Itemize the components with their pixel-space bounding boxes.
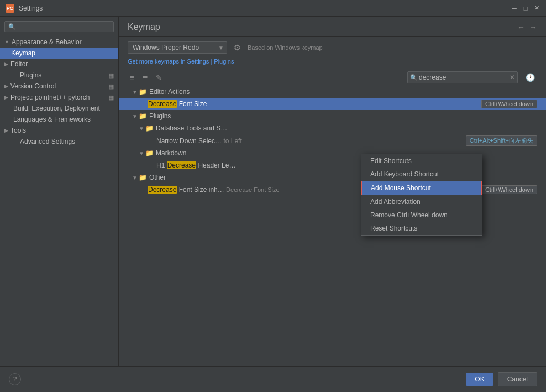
search-history-button[interactable]: 🕐: [523, 72, 537, 83]
nav-back-button[interactable]: ←: [517, 23, 525, 32]
sidebar-item-keymap[interactable]: Keymap: [0, 48, 118, 59]
bottom-bar: ? OK Cancel: [0, 366, 546, 392]
folder-icon: 📁: [139, 88, 147, 96]
expand-arrow-tools: ▶: [4, 128, 8, 133]
sidebar-item-build-label: Build, Execution, Deployment: [13, 104, 100, 112]
expand-icon: ▼: [139, 150, 145, 156]
row-label: Narrow Down Selec… to Left: [156, 137, 464, 145]
highlight-text: Decrease: [148, 100, 177, 108]
table-row[interactable]: ▼ 📁 Database Tools and S…: [119, 122, 546, 134]
shortcut-badge: Ctrl+\Wheel down: [481, 185, 537, 194]
expand-icon: ▼: [132, 113, 139, 119]
sidebar-item-project[interactable]: ▶ Project: pointnet++ pytorch ▦: [0, 92, 118, 103]
settings-window: PC Settings ─ □ ✕ ▼ Appearance & Behavio…: [0, 0, 546, 392]
vc-icon: ▦: [108, 83, 114, 90]
sidebar-item-editor-label: Editor: [11, 60, 28, 68]
row-label: Plugins: [149, 112, 537, 120]
sidebar-item-plugins[interactable]: Plugins ▦: [0, 70, 118, 81]
expand-icon: ▼: [132, 175, 139, 181]
based-on-text: Based on Windows keymap: [248, 44, 323, 51]
sidebar-item-appearance[interactable]: ▼ Appearance & Behavior: [0, 36, 118, 48]
panel-title: Keymap: [128, 22, 160, 32]
minimize-button[interactable]: ─: [511, 4, 518, 12]
sidebar-item-project-label: Project: pointnet++ pytorch: [11, 93, 90, 101]
expand-arrow-vc: ▶: [4, 83, 8, 89]
context-menu-item-reset[interactable]: Reset Shortcuts: [361, 222, 482, 235]
folder-icon: 📁: [145, 149, 154, 157]
cancel-button[interactable]: Cancel: [498, 372, 537, 386]
sidebar-item-advanced[interactable]: Advanced Settings: [0, 136, 118, 147]
right-panel: Keymap ← → Windows Proper Redo ▼ ⚙ Based…: [119, 17, 546, 366]
context-menu-item-remove-ctrl[interactable]: Remove Ctrl+Wheel down: [361, 208, 482, 222]
project-icon: ▦: [108, 94, 114, 101]
search-clear-button[interactable]: ✕: [510, 74, 515, 81]
expand-arrow-project: ▶: [4, 95, 8, 100]
panel-header: Keymap ← →: [119, 17, 546, 37]
plugins-icon: ▦: [108, 72, 114, 79]
more-keymaps-row: Get more keymaps in Settings | Plugins: [119, 58, 546, 69]
sidebar-item-build[interactable]: Build, Execution, Deployment: [0, 103, 118, 114]
title-bar: PC Settings ─ □ ✕: [0, 0, 546, 17]
sidebar-item-languages[interactable]: Languages & Frameworks: [0, 114, 118, 125]
expand-arrow-editor: ▶: [4, 61, 8, 67]
nav-forward-button[interactable]: →: [529, 23, 537, 32]
expand-icon: ▼: [139, 126, 145, 132]
sidebar-item-languages-label: Languages & Frameworks: [13, 116, 91, 123]
search-icon: 🔍: [410, 74, 418, 81]
folder-icon: 📁: [145, 124, 154, 132]
sidebar: ▼ Appearance & Behavior Keymap ▶ Editor …: [0, 17, 119, 366]
keymap-select-wrapper: Windows Proper Redo ▼: [128, 41, 227, 54]
table-row[interactable]: ▼ 📁 Plugins: [119, 110, 546, 122]
sidebar-item-editor[interactable]: ▶ Editor: [0, 59, 118, 70]
sidebar-item-advanced-label: Advanced Settings: [20, 138, 75, 145]
shortcut-badge: Ctrl+\Wheel down: [481, 100, 537, 108]
search-input[interactable]: [407, 71, 518, 83]
toolbar-row: ≡ ≣ ✎ 🔍 ✕ 🕐: [119, 69, 546, 86]
gear-button[interactable]: ⚙: [232, 42, 243, 53]
highlight-text: Decrease: [148, 186, 177, 194]
folder-icon: 📁: [139, 112, 147, 120]
table-row[interactable]: Narrow Down Selec… to Left Ctrl+Alt+Shif…: [119, 134, 546, 147]
context-menu-item-add-mouse[interactable]: Add Mouse Shortcut: [361, 181, 482, 195]
help-button[interactable]: ?: [9, 373, 21, 385]
sidebar-item-tools[interactable]: ▶ Tools: [0, 125, 118, 136]
close-button[interactable]: ✕: [533, 4, 540, 12]
sidebar-item-tools-label: Tools: [11, 127, 26, 134]
app-icon: PC: [6, 4, 14, 13]
context-menu: Edit Shortcuts Add Keyboard Shortcut Add…: [361, 154, 482, 236]
sidebar-search-input[interactable]: [4, 21, 114, 32]
keymap-select[interactable]: Windows Proper Redo: [128, 41, 227, 54]
row-label: Database Tools and S…: [156, 124, 537, 132]
folder-icon: 📁: [139, 174, 147, 181]
window-title: Settings: [19, 4, 511, 12]
context-menu-item-add-keyboard[interactable]: Add Keyboard Shortcut: [361, 168, 482, 181]
search-box: 🔍 ✕: [407, 71, 518, 83]
shortcut-badge: Ctrl+Alt+Shift+向左前头: [466, 135, 537, 146]
expand-icon: ▼: [132, 89, 139, 95]
more-keymaps-link[interactable]: Get more keymaps in Settings: [128, 58, 209, 65]
sidebar-item-appearance-label: Appearance & Behavior: [12, 38, 82, 46]
plugins-link[interactable]: Plugins: [214, 58, 234, 65]
sort2-button[interactable]: ≣: [140, 72, 150, 83]
highlight-text: Decrease: [167, 161, 196, 169]
nav-arrows: ← →: [517, 23, 537, 32]
sidebar-item-vc-label: Version Control: [11, 82, 56, 90]
row-label: Editor Actions: [149, 88, 537, 96]
row-label: Decrease Font Size: [148, 100, 479, 108]
sidebar-item-version-control[interactable]: ▶ Version Control ▦: [0, 81, 118, 92]
context-menu-item-add-abbreviation[interactable]: Add Abbreviation: [361, 195, 482, 208]
sidebar-item-plugins-label: Plugins: [20, 71, 41, 79]
window-controls: ─ □ ✕: [511, 4, 540, 12]
ok-button[interactable]: OK: [466, 373, 493, 386]
maximize-button[interactable]: □: [522, 4, 529, 12]
table-row[interactable]: Decrease Font Size Ctrl+\Wheel down: [119, 98, 546, 110]
keymap-toolbar: Windows Proper Redo ▼ ⚙ Based on Windows…: [119, 37, 546, 58]
table-row[interactable]: ▼ 📁 Editor Actions: [119, 86, 546, 98]
context-menu-item-edit-shortcuts[interactable]: Edit Shortcuts: [361, 154, 482, 168]
sort-button[interactable]: ≡: [128, 72, 136, 83]
sidebar-item-keymap-label: Keymap: [11, 49, 35, 57]
main-content: ▼ Appearance & Behavior Keymap ▶ Editor …: [0, 17, 546, 366]
edit-button[interactable]: ✎: [154, 72, 164, 83]
expand-arrow: ▼: [4, 39, 9, 45]
sidebar-search-container: [0, 19, 118, 34]
